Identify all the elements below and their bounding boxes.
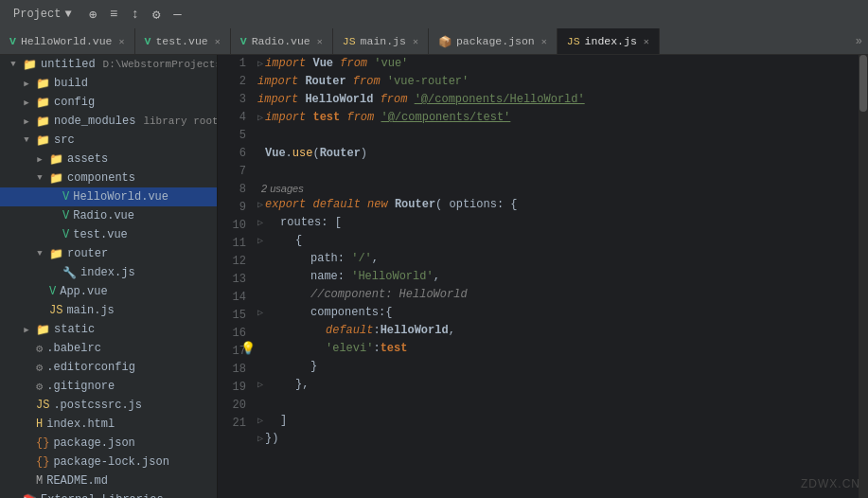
tab-package-json[interactable]: 📦 package.json ✕ xyxy=(429,28,558,54)
fold-icon[interactable]: ▷ xyxy=(257,412,263,430)
folder-icon: 📁 xyxy=(36,96,50,110)
sidebar-item-postcssrc[interactable]: JS .postcssrc.js xyxy=(0,396,217,415)
tab-test-vue[interactable]: V test.vue ✕ xyxy=(135,28,231,54)
sidebar-item-assets[interactable]: ▶ 📁 assets xyxy=(0,150,217,169)
tree-item-label: HelloWorld.vue xyxy=(73,190,168,204)
pkg-file-icon: {} xyxy=(36,455,49,469)
top-bar-icons: ⊕ ≡ ↕ ⚙ — xyxy=(85,5,186,25)
expand-arrow-icon: ▶ xyxy=(8,495,19,499)
code-line-3: import HelloWorld from '@/components/Hel… xyxy=(257,91,859,109)
vue-file-icon: V xyxy=(240,35,247,47)
config-file-icon: ⚙ xyxy=(36,342,43,356)
sidebar-item-radio-vue[interactable]: V Radio.vue xyxy=(0,206,217,225)
fold-icon[interactable]: ▷ xyxy=(257,376,263,394)
config-file-icon: ⚙ xyxy=(36,361,43,375)
sidebar-item-router-index-js[interactable]: 🔧 index.js xyxy=(0,263,217,282)
code-line-8: ▷ export default new Router( options: { xyxy=(257,196,859,214)
locate-icon[interactable]: ⊕ xyxy=(85,5,100,25)
sidebar-item-components[interactable]: ▼ 📁 components xyxy=(0,169,217,187)
usage-hint: 2 usages xyxy=(257,180,304,198)
sidebar-item-untitled[interactable]: ▼ 📁 untitled D:\WebstormProjects\unt xyxy=(0,55,217,74)
sidebar-item-main-js[interactable]: JS main.js xyxy=(0,301,217,320)
sidebar-item-helloworld-vue[interactable]: V HelloWorld.vue xyxy=(0,187,217,206)
sidebar-item-build[interactable]: ▶ 📁 build xyxy=(0,74,217,93)
fold-icon[interactable]: ▷ xyxy=(257,430,263,448)
dropdown-arrow-icon: ▼ xyxy=(64,8,71,21)
sidebar-item-index-html[interactable]: H index.html xyxy=(0,415,217,434)
sidebar-item-config[interactable]: ▶ 📁 config xyxy=(0,93,217,112)
folder-icon: 📁 xyxy=(36,323,50,337)
sidebar-item-node-modules[interactable]: ▶ 📁 node_modules library root xyxy=(0,112,217,131)
fold-icon[interactable]: ▷ xyxy=(257,304,263,322)
js-file-icon: JS xyxy=(49,304,62,317)
sidebar-item-external-libraries[interactable]: ▶ 📚 External Libraries xyxy=(0,490,217,498)
sidebar-item-babelrc[interactable]: ⚙ .babelrc xyxy=(0,339,217,358)
expand-arrow-icon: ▶ xyxy=(21,98,32,108)
minimize-icon[interactable]: — xyxy=(169,5,185,24)
code-line-6: Vue.use(Router) xyxy=(257,145,859,163)
tab-index-js[interactable]: JS index.js ✕ xyxy=(558,28,660,54)
tab-close-icon[interactable]: ✕ xyxy=(215,36,221,47)
js-config-file-icon: 🔧 xyxy=(62,266,77,280)
code-line-10: ▷ { xyxy=(257,232,859,250)
quick-fix-bulb-icon[interactable]: 💡 xyxy=(240,340,256,358)
tab-radio-vue[interactable]: V Radio.vue ✕ xyxy=(231,28,333,54)
tree-item-label: .postcssrc.js xyxy=(53,399,142,412)
fold-icon[interactable]: ▷ xyxy=(257,214,263,232)
tab-close-icon[interactable]: ✕ xyxy=(413,36,418,47)
git-file-icon: ⚙ xyxy=(36,380,43,394)
sidebar-item-static[interactable]: ▶ 📁 static xyxy=(0,320,217,339)
code-container[interactable]: 1234 5678 9101112 13141516 17181920 21 ▷… xyxy=(218,55,868,498)
expand-arrow-icon: ▼ xyxy=(8,60,19,69)
tab-label: index.js xyxy=(585,35,637,47)
expand-arrow-icon: ▼ xyxy=(21,135,32,145)
sidebar-item-app-vue[interactable]: V App.vue xyxy=(0,282,217,301)
sidebar-item-package-json[interactable]: {} package.json xyxy=(0,434,217,453)
tree-item-label: .babelrc xyxy=(46,342,101,355)
project-label: Project xyxy=(13,8,61,21)
tree-item-label: package.json xyxy=(53,436,134,450)
top-bar: Project ▼ ⊕ ≡ ↕ ⚙ — xyxy=(0,0,868,28)
expand-arrow-icon: ▶ xyxy=(21,79,32,89)
tree-item-path: D:\WebstormProjects\unt xyxy=(103,59,218,70)
fold-icon[interactable]: ▷ xyxy=(257,55,263,73)
collapse-icon[interactable]: ≡ xyxy=(106,5,121,24)
tab-helloworld-vue[interactable]: V HelloWorld.vue ✕ xyxy=(0,28,135,54)
sort-icon[interactable]: ↕ xyxy=(127,5,142,24)
fold-icon[interactable]: ▷ xyxy=(257,109,263,127)
tree-item-label: package-lock.json xyxy=(53,455,168,469)
tab-label: package.json xyxy=(456,35,535,47)
tab-close-icon[interactable]: ✕ xyxy=(644,36,649,47)
watermark: ZDWX.CN xyxy=(801,477,860,490)
sidebar-item-editorconfig[interactable]: ⚙ .editorconfig xyxy=(0,358,217,377)
tab-close-icon[interactable]: ✕ xyxy=(541,36,547,47)
tabs-overflow-icon[interactable]: » xyxy=(856,35,868,48)
code-editor[interactable]: ▷ import Vue from 'vue' import Router fr… xyxy=(254,55,859,498)
sidebar-item-src[interactable]: ▼ 📁 src xyxy=(0,131,217,150)
tree-item-label: Radio.vue xyxy=(73,209,134,222)
sidebar-item-router[interactable]: ▼ 📁 router xyxy=(0,244,217,263)
sidebar-item-package-lock-json[interactable]: {} package-lock.json xyxy=(0,453,217,471)
sidebar-item-gitignore[interactable]: ⚙ .gitignore xyxy=(0,377,217,396)
settings-icon[interactable]: ⚙ xyxy=(149,5,164,25)
fold-icon[interactable]: ▷ xyxy=(257,196,263,214)
project-menu-button[interactable]: Project ▼ xyxy=(8,6,78,23)
scrollbar-thumb[interactable] xyxy=(859,55,867,112)
editor-area: 1234 5678 9101112 13141516 17181920 21 ▷… xyxy=(218,55,868,498)
vue-file-icon: V xyxy=(62,209,69,222)
vue-file-icon: V xyxy=(62,190,69,204)
sidebar-item-readme[interactable]: M README.md xyxy=(0,471,217,490)
expand-arrow-icon: ▶ xyxy=(21,325,32,335)
fold-icon[interactable]: ▷ xyxy=(257,232,263,250)
sidebar-item-test-vue[interactable]: V test.vue xyxy=(0,225,217,244)
code-line-4: ▷ import test from '@/components/test' xyxy=(257,109,859,127)
tab-close-icon[interactable]: ✕ xyxy=(119,36,125,47)
tree-item-label: main.js xyxy=(66,304,114,317)
tab-main-js[interactable]: JS main.js ✕ xyxy=(333,28,429,54)
expand-arrow-icon: ▶ xyxy=(21,116,32,127)
tab-close-icon[interactable]: ✕ xyxy=(317,36,323,47)
folder-icon: 📁 xyxy=(49,247,63,261)
pkg-file-icon: {} xyxy=(36,436,49,450)
vertical-scrollbar[interactable] xyxy=(859,55,868,498)
tree-item-label: .editorconfig xyxy=(46,361,135,374)
